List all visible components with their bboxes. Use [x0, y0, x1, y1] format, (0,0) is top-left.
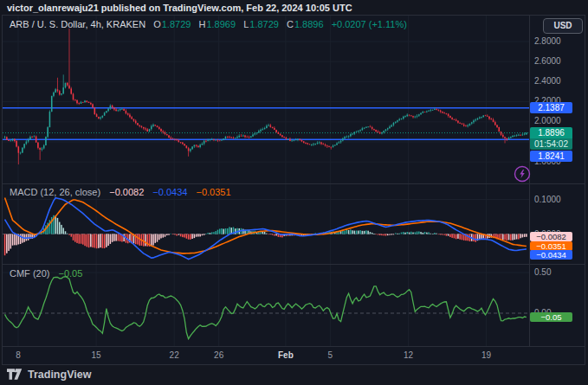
price-tick-label: 2.4000	[534, 76, 561, 86]
macd-axis-value-label: −0.0434	[530, 250, 572, 260]
boost-flash-icon[interactable]	[511, 163, 533, 185]
cmf-axis-value-label: −0.05	[530, 312, 572, 322]
macd-params: (12, 26, close)	[40, 187, 100, 197]
time-tick-label[interactable]: Feb	[270, 350, 301, 360]
published-chart-page: victor_olanrewaju21 published on Trading…	[0, 0, 588, 385]
cmf-params: (20)	[33, 268, 50, 279]
level-price-label: 1.8241	[530, 151, 572, 162]
macd-title-bar: MACD (12, 26, close) −0.0082 −0.0434 −0.…	[10, 187, 231, 197]
time-tick-label[interactable]: 19	[471, 350, 502, 360]
bar-countdown: 01:54:02	[530, 138, 572, 150]
close-value: 1.8896	[294, 19, 324, 29]
last-price-value: 1.8896	[530, 127, 572, 138]
footer: TradingView	[7, 369, 91, 381]
time-tick-label[interactable]: 22	[158, 350, 190, 360]
macd-hist-value: −0.0082	[109, 187, 144, 197]
currency-toggle-button[interactable]: USD	[543, 18, 583, 34]
low-value: 1.8729	[249, 19, 279, 29]
tradingview-brand[interactable]: TradingView	[28, 369, 91, 381]
macd-axis-value-label: −0.0351	[530, 241, 572, 251]
last-price-label: 1.889601:54:02	[530, 127, 572, 150]
high-label: H	[198, 19, 205, 29]
high-value: 1.8969	[206, 19, 236, 29]
cmf-value: −0.05	[59, 268, 83, 279]
open-value: 1.8729	[162, 19, 191, 29]
low-label: L	[243, 19, 249, 29]
time-tick-label[interactable]: 15	[81, 350, 112, 360]
level-price-label: 2.1387	[530, 102, 572, 113]
symbol-title-bar: ARB / U. S. Dollar, 4h, KRAKEN O1.8729 H…	[10, 19, 407, 29]
cmf-title-bar: CMF (20) −0.05	[10, 268, 82, 279]
cmf-tick-label: 0.50	[534, 267, 551, 277]
tradingview-logo-icon[interactable]	[7, 369, 23, 381]
open-label: O	[153, 19, 161, 29]
macd-signal-value: −0.0351	[197, 187, 231, 197]
time-tick-label[interactable]: 8	[3, 350, 34, 360]
close-label: C	[287, 19, 294, 29]
change-value: +0.0207 (+1.11%)	[332, 19, 407, 29]
time-tick-label[interactable]: 5	[314, 350, 346, 360]
macd-axis-value-label: −0.0082	[530, 232, 572, 241]
time-tick-label[interactable]: 12	[392, 350, 423, 360]
macd-line-value: −0.0434	[152, 187, 187, 197]
macd-tick-label: 0.1000	[534, 195, 561, 204]
time-tick-label[interactable]: 26	[204, 350, 235, 360]
price-tick-label: 2.6000	[534, 56, 561, 66]
price-tick-label: 2.0000	[534, 116, 561, 125]
cmf-title[interactable]: CMF	[10, 268, 30, 279]
symbol-name[interactable]: ARB / U. S. Dollar, 4h, KRAKEN	[10, 19, 145, 29]
price-tick-label: 2.8000	[534, 36, 561, 46]
macd-title[interactable]: MACD	[10, 187, 37, 197]
